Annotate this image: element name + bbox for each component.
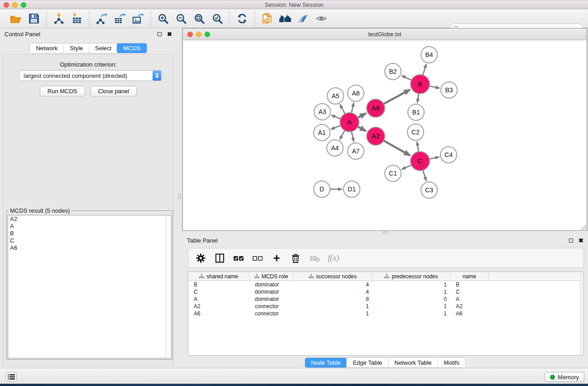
graph-node-B1[interactable]: B1: [408, 104, 424, 120]
graph-node-B3[interactable]: B3: [441, 82, 457, 98]
tab-edge-table[interactable]: Edge Table: [346, 358, 388, 367]
network-close-icon[interactable]: [187, 32, 193, 37]
close-panel-icon[interactable]: ✖: [167, 31, 172, 37]
clear-table-icon[interactable]: [309, 252, 320, 264]
hide-annotations-icon[interactable]: [296, 12, 311, 25]
zoom-fit-icon[interactable]: [191, 12, 207, 25]
graph-node-A5[interactable]: A5: [327, 88, 344, 104]
result-list-item[interactable]: A: [8, 223, 171, 230]
tab-select[interactable]: Select: [89, 43, 117, 53]
graph-edge-A-A3[interactable]: [331, 115, 342, 119]
task-history-button[interactable]: [5, 372, 17, 381]
float-table-panel-icon[interactable]: [569, 238, 573, 243]
import-network-icon[interactable]: [51, 12, 67, 25]
graph-node-A8[interactable]: A8: [348, 85, 364, 101]
window-resize-grip[interactable]: [581, 224, 586, 230]
graph-node-A2[interactable]: A2: [367, 127, 385, 145]
graph-node-C4[interactable]: C4: [440, 147, 457, 163]
network-graph[interactable]: B4B2BB3A8A5A6A3B1AC2A1A2A4A7C4CC1C3DD1: [183, 40, 587, 230]
run-mcds-button[interactable]: Run MCDS: [40, 86, 85, 96]
delete-entry-icon[interactable]: [290, 252, 301, 264]
memory-button[interactable]: Memory: [545, 372, 584, 382]
graph-edge-C-C3[interactable]: [423, 169, 426, 181]
graph-node-A6[interactable]: A6: [367, 99, 385, 117]
settings-gear-icon[interactable]: [195, 252, 206, 264]
table-row[interactable]: A2connector11A2: [188, 303, 583, 310]
result-list-item[interactable]: A2: [8, 215, 171, 223]
import-table-icon[interactable]: [69, 12, 85, 25]
graph-edge-C-C1[interactable]: [402, 165, 412, 170]
export-network-icon[interactable]: [94, 12, 110, 25]
eye-icon[interactable]: [314, 12, 329, 25]
tab-mcds[interactable]: MCDS: [117, 43, 147, 53]
graph-node-B2[interactable]: B2: [385, 63, 401, 80]
close-table-panel-icon[interactable]: ✖: [578, 238, 583, 243]
tab-style[interactable]: Style: [63, 43, 89, 53]
graph-node-A4[interactable]: A4: [327, 140, 343, 156]
export-image-icon[interactable]: [130, 12, 146, 25]
table-row[interactable]: Cdominator41C: [188, 288, 583, 295]
graph-node-B[interactable]: B: [411, 75, 430, 94]
graph-node-A3[interactable]: A3: [314, 104, 330, 120]
deselect-all-icon[interactable]: [252, 252, 263, 264]
home-icon[interactable]: [277, 12, 293, 25]
table-row[interactable]: Adominator80A: [188, 295, 583, 303]
graph-edge-C-C4[interactable]: [429, 157, 440, 159]
zoom-selected-icon[interactable]: [210, 12, 225, 25]
table-scrollbar[interactable]: [580, 272, 583, 355]
float-panel-icon[interactable]: [158, 32, 162, 36]
save-session-icon[interactable]: [26, 12, 42, 25]
graph-node-B4[interactable]: B4: [421, 47, 437, 63]
graph-edge-A-A2[interactable]: [357, 126, 366, 131]
tab-motifs[interactable]: Motifs: [437, 358, 465, 367]
graph-edge-B-B1[interactable]: [417, 93, 419, 103]
graph-edge-A-A7[interactable]: [351, 131, 354, 142]
network-window-titlebar[interactable]: testGlobe.txt: [183, 29, 587, 40]
tab-node-table[interactable]: Node Table: [305, 357, 347, 368]
zoom-in-icon[interactable]: [155, 12, 171, 25]
network-maximize-icon[interactable]: [205, 32, 210, 37]
network-canvas[interactable]: B4B2BB3A8A5A6A3B1AC2A1A2A4A7C4CC1C3DD1: [183, 40, 587, 230]
graph-edge-B-B3[interactable]: [429, 86, 440, 88]
graph-edge-B-B4[interactable]: [423, 64, 426, 76]
graph-edge-A6-B[interactable]: [383, 90, 410, 105]
add-entry-icon[interactable]: +: [271, 252, 282, 264]
column-header-predecessor-nodes[interactable]: predecessor nodes: [373, 272, 450, 281]
network-from-document-icon[interactable]: [259, 12, 275, 25]
maximize-window-icon[interactable]: [21, 2, 26, 8]
graph-node-A1[interactable]: A1: [314, 124, 330, 141]
network-minimize-icon[interactable]: [196, 32, 201, 37]
graph-edge-B-B2[interactable]: [402, 76, 412, 81]
export-table-icon[interactable]: [112, 12, 128, 25]
vertical-split-divider[interactable]: [177, 28, 182, 368]
function-builder-icon[interactable]: f(x): [328, 252, 339, 264]
zoom-out-icon[interactable]: [173, 12, 189, 25]
show-columns-icon[interactable]: [214, 252, 225, 264]
horizontal-split-divider[interactable]: [182, 231, 588, 234]
table-row[interactable]: Bdominator41B: [188, 281, 583, 288]
graph-edge-A-A8[interactable]: [351, 103, 354, 114]
graph-node-D[interactable]: D: [314, 181, 330, 197]
tab-network[interactable]: Network: [30, 43, 63, 53]
graph-node-D1[interactable]: D1: [344, 181, 360, 197]
column-header-shared-name[interactable]: shared name: [188, 272, 249, 281]
column-header-successor-nodes[interactable]: successor nodes: [293, 272, 373, 281]
column-header-name[interactable]: name: [450, 272, 489, 281]
graph-edge-A-A6[interactable]: [357, 113, 366, 118]
graph-edge-A2-C[interactable]: [383, 140, 411, 156]
result-list-item[interactable]: C: [8, 237, 171, 244]
close-panel-button[interactable]: Close panel: [91, 86, 137, 96]
close-window-icon[interactable]: [4, 2, 9, 8]
result-scrollbar[interactable]: [165, 215, 171, 358]
graph-node-A7[interactable]: A7: [348, 143, 364, 159]
graph-node-C[interactable]: C: [411, 152, 430, 171]
result-list-item[interactable]: A6: [8, 244, 171, 252]
table-row[interactable]: A6connector11A6: [188, 310, 583, 317]
graph-node-C1[interactable]: C1: [385, 165, 401, 181]
result-list-item[interactable]: B: [8, 230, 171, 237]
graph-edge-C-C2[interactable]: [417, 142, 419, 153]
graph-edge-A-A1[interactable]: [331, 125, 342, 129]
graph-edge-A-A4[interactable]: [339, 130, 345, 140]
refresh-layout-icon[interactable]: [234, 12, 250, 25]
graph-node-C3[interactable]: C3: [421, 182, 437, 198]
